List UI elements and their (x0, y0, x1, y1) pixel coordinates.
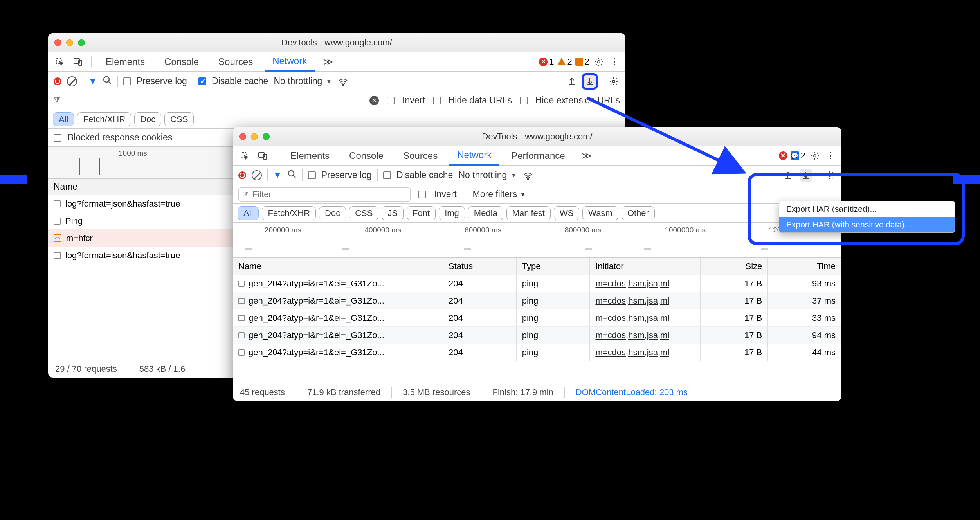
type-css[interactable]: CSS (164, 112, 194, 126)
settings-icon[interactable] (593, 56, 605, 68)
tab-console[interactable]: Console (341, 146, 391, 166)
col-type-header[interactable]: Type (517, 258, 590, 275)
network-settings-icon[interactable] (607, 75, 620, 88)
table-row[interactable]: gen_204?atyp=i&r=1&ei=_G31Zo...204pingm=… (233, 344, 841, 361)
more-tabs-button[interactable]: ≫ (577, 150, 596, 161)
tab-console[interactable]: Console (157, 52, 207, 72)
error-badge-partial[interactable]: ✕ (779, 151, 787, 160)
funnel-icon: ⧩ (243, 190, 249, 198)
search-icon[interactable] (103, 76, 112, 87)
request-initiator[interactable]: m=cdos,hsm,jsa,ml (595, 313, 669, 323)
export-har-sensitive-option[interactable]: Export HAR (with sensitive data)... (779, 217, 955, 232)
request-initiator[interactable]: m=cdos,hsm,jsa,ml (595, 330, 669, 340)
panel-tabs: Elements Console Sources Network ≫ ✕1 2 … (48, 52, 625, 72)
messages-badge[interactable]: 💬2 (791, 151, 805, 161)
request-type: ping (517, 309, 590, 326)
inspect-icon[interactable] (53, 55, 67, 69)
decorative-strip-left (0, 175, 27, 184)
type-manifest[interactable]: Manifest (506, 206, 551, 220)
invert-checkbox[interactable] (418, 191, 426, 198)
request-size: 17 B (701, 309, 768, 326)
request-initiator[interactable]: m=cdos,hsm,jsa,ml (595, 296, 669, 306)
preserve-log-checkbox[interactable] (123, 77, 131, 85)
col-size-header[interactable]: Size (701, 258, 768, 275)
clear-button[interactable] (67, 76, 77, 86)
tab-sources[interactable]: Sources (395, 146, 445, 166)
svg-point-13 (829, 174, 831, 176)
clear-filter-button[interactable]: ✕ (369, 96, 379, 105)
hide-data-urls-checkbox[interactable] (433, 97, 441, 104)
filter-icon[interactable]: ▼ (273, 170, 282, 180)
preserve-log-checkbox[interactable] (308, 171, 316, 179)
inspect-icon[interactable] (238, 149, 252, 163)
type-fetch[interactable]: Fetch/XHR (262, 206, 316, 220)
warning-badge[interactable]: 2 (557, 57, 572, 67)
type-other[interactable]: Other (622, 206, 655, 220)
tab-network[interactable]: Network (265, 52, 315, 72)
table-row[interactable]: gen_204?atyp=i&r=1&ei=_G31Zo...204pingm=… (233, 275, 841, 292)
disable-cache-checkbox[interactable] (383, 171, 391, 179)
table-row[interactable]: gen_204?atyp=i&r=1&ei=_G31Zo...204pingm=… (233, 327, 841, 344)
separator (267, 169, 268, 181)
throttling-select[interactable]: No throttling▼ (458, 170, 516, 180)
import-har-icon[interactable] (782, 169, 794, 182)
network-settings-icon[interactable] (823, 169, 836, 182)
tab-performance[interactable]: Performance (503, 146, 573, 166)
table-row[interactable]: gen_204?atyp=i&r=1&ei=_G31Zo...204pingm=… (233, 309, 841, 327)
type-img[interactable]: Img (439, 206, 465, 220)
type-css[interactable]: CSS (349, 206, 378, 220)
issues-badge[interactable]: 2 (575, 57, 589, 67)
col-time-header[interactable]: Time (768, 258, 841, 275)
col-status-header[interactable]: Status (443, 258, 517, 275)
filter-input[interactable] (252, 189, 406, 200)
device-toggle-icon[interactable] (256, 149, 270, 163)
settings-icon[interactable] (809, 149, 821, 162)
more-filters-button[interactable]: More filters▼ (473, 189, 526, 200)
type-font[interactable]: Font (407, 206, 436, 220)
blocked-cookies-checkbox[interactable] (54, 134, 61, 142)
type-media[interactable]: Media (468, 206, 503, 220)
type-wasm[interactable]: Wasm (582, 206, 618, 220)
export-har-sanitized-option[interactable]: Export HAR (sanitized)... (779, 201, 955, 217)
clear-button[interactable] (252, 170, 262, 180)
type-ws[interactable]: WS (554, 206, 579, 220)
kebab-menu-icon[interactable]: ⋮ (824, 149, 837, 162)
request-name: gen_204?atyp=i&r=1&ei=_G31Zo... (249, 279, 384, 289)
device-toggle-icon[interactable] (71, 55, 85, 69)
col-name-header[interactable]: Name (233, 258, 443, 275)
network-conditions-icon[interactable] (337, 75, 349, 88)
svg-point-11 (288, 171, 294, 176)
hide-extension-urls-checkbox[interactable] (520, 97, 528, 104)
hide-extension-urls-label: Hide extension URLs (535, 95, 620, 106)
type-doc[interactable]: Doc (319, 206, 346, 220)
type-all[interactable]: All (238, 206, 259, 220)
request-name: gen_204?atyp=i&r=1&ei=_G31Zo... (249, 296, 384, 306)
tab-sources[interactable]: Sources (211, 52, 261, 72)
tab-network[interactable]: Network (449, 146, 499, 166)
request-initiator[interactable]: m=cdos,hsm,jsa,ml (595, 279, 669, 289)
table-row[interactable]: gen_204?atyp=i&r=1&ei=_G31Zo...204pingm=… (233, 292, 841, 309)
network-conditions-icon[interactable] (522, 169, 534, 182)
disable-cache-checkbox[interactable] (198, 77, 206, 85)
invert-checkbox[interactable] (387, 97, 395, 104)
col-initiator-header[interactable]: Initiator (590, 258, 701, 275)
throttling-select[interactable]: No throttling▼ (274, 76, 331, 86)
import-har-icon[interactable] (566, 75, 578, 88)
type-js[interactable]: JS (382, 206, 404, 220)
more-tabs-button[interactable]: ≫ (319, 56, 338, 67)
kebab-menu-icon[interactable]: ⋮ (608, 56, 621, 68)
filter-icon[interactable]: ▼ (88, 76, 97, 86)
record-button[interactable] (54, 77, 61, 85)
export-har-icon[interactable] (800, 169, 812, 182)
export-har-icon[interactable] (584, 75, 596, 88)
search-icon[interactable] (287, 169, 297, 181)
type-doc[interactable]: Doc (134, 112, 161, 126)
timeline-overview-front[interactable]: 200000 ms 400000 ms 600000 ms 800000 ms … (233, 223, 841, 258)
type-fetch[interactable]: Fetch/XHR (77, 112, 131, 126)
error-badge[interactable]: ✕1 (539, 57, 554, 67)
tab-elements[interactable]: Elements (283, 146, 337, 166)
record-button[interactable] (238, 171, 246, 179)
type-all[interactable]: All (53, 112, 74, 126)
request-initiator[interactable]: m=cdos,hsm,jsa,ml (595, 347, 669, 358)
tab-elements[interactable]: Elements (98, 52, 153, 72)
